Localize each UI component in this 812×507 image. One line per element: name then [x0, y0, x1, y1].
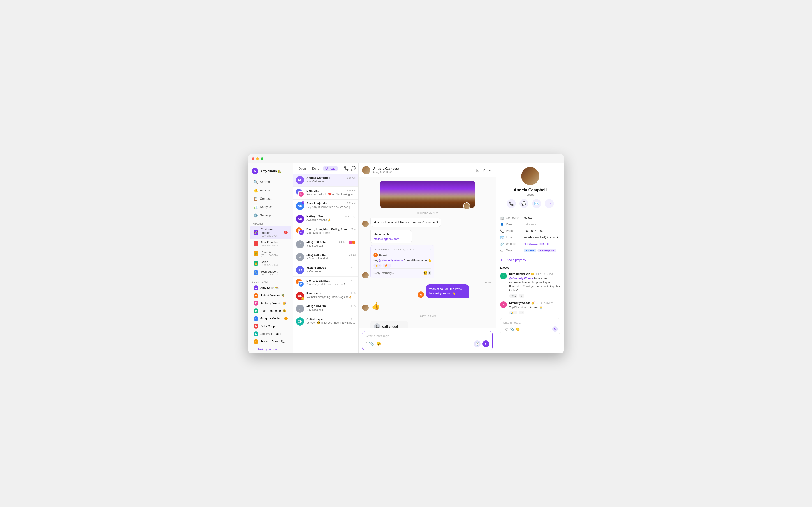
- chat-action-button[interactable]: 💬: [520, 199, 529, 208]
- sidebar-item-search[interactable]: 🔍 Search: [250, 178, 291, 186]
- sidebar-item-contacts[interactable]: 📋 Contacts: [250, 195, 291, 203]
- note-content: Ruth Henderson 😊 Jul 23, 3:57 PM @Kimber…: [509, 273, 560, 298]
- team-member-kimberly[interactable]: K Kimberly Woods 🥳: [250, 299, 291, 307]
- conversation-item-david-group[interactable]: D M 2 David, Lisa, Matt, Cathy, Alan Mon…: [293, 225, 359, 238]
- note-item-ruth: R Ruth Henderson 😊 Jul 23, 3:57 PM @Kimb…: [500, 273, 560, 298]
- comment-check-icon[interactable]: ✓: [429, 248, 431, 251]
- right-panel: Angela Campbell Icecap 📞 💬 ✉️ ··· 🏢 Comp…: [496, 163, 564, 353]
- user-profile[interactable]: A Amy Smith 🏡: [248, 166, 293, 178]
- tag-lead[interactable]: Lead: [524, 249, 536, 252]
- inbox-item-sales[interactable]: 💰 Sales (800) 676-7463: [250, 259, 291, 268]
- send-button[interactable]: ➤: [482, 340, 489, 347]
- sidebar-item-activity[interactable]: 🔔 Activity: [250, 186, 291, 194]
- angela-thumbs-avatar: [362, 304, 369, 311]
- conversation-item-colin[interactable]: CH Colin Harper Jul 4 So cool! 😎 I'll le…: [293, 315, 359, 328]
- maximize-button[interactable]: [261, 157, 263, 160]
- mountain-image: [380, 181, 475, 208]
- note-author-row-kimberly: Kimberly Woods 🥳 Jul 23, 4:35 PM: [509, 301, 560, 304]
- add-reaction[interactable]: ☺: [519, 294, 525, 298]
- reply-emoji-icon[interactable]: 😊: [423, 271, 428, 275]
- enterprise-dot: [540, 250, 541, 251]
- notes-count: 2: [511, 266, 512, 270]
- conv-preview: You: Ok great, thanks everyone!: [306, 283, 356, 286]
- conversation-item-david-matt[interactable]: D M David, Lisa, Matt Jul 7 You: Ok grea…: [293, 277, 359, 289]
- reply-send-icon[interactable]: ↑: [428, 271, 431, 276]
- team-member-stephanie[interactable]: S Stephanie Patel: [250, 330, 291, 337]
- comment-more-icon[interactable]: ···: [421, 248, 424, 251]
- emoji-input-icon[interactable]: 😊: [376, 342, 381, 346]
- more-icon[interactable]: ···: [489, 168, 493, 173]
- conv-name: Jack Richards: [306, 266, 326, 269]
- call-action-button[interactable]: 📞: [507, 199, 516, 208]
- conv-header: Kathryn Smith Yesterday: [306, 215, 356, 218]
- note-input[interactable]: [502, 321, 558, 324]
- conversation-item-alan[interactable]: AB 2 Alan Benjamin 8:31 AM Hey Amy, if y…: [293, 200, 359, 212]
- conversation-item-angela[interactable]: AC Angela Campbell 9:26 AM ↙ ↙ Call ende…: [293, 174, 359, 187]
- email-link[interactable]: stella@agency.com: [374, 237, 399, 240]
- note-at-icon[interactable]: @: [505, 327, 508, 331]
- sidebar-item-settings[interactable]: ⚙️ Settings: [250, 212, 291, 219]
- sidebar-item-analytics[interactable]: 📊 Analytics: [250, 203, 291, 211]
- conv-name: Kathryn Smith: [306, 215, 326, 218]
- slash-command-icon[interactable]: /: [366, 342, 367, 346]
- reply-more-icon[interactable]: ···: [421, 271, 423, 275]
- conv-preview: ↙ Missed call: [306, 244, 345, 247]
- team-member-amy[interactable]: A Amy Smith 🏡: [250, 284, 291, 291]
- email-icon: 📧: [500, 236, 504, 239]
- message-input[interactable]: [366, 334, 489, 338]
- team-member-robert[interactable]: R Robert Mendez 🌴: [250, 292, 291, 299]
- reaction-pray[interactable]: 🙏 1: [509, 311, 518, 315]
- company-label: Company: [506, 216, 522, 219]
- tab-unread[interactable]: Unread: [323, 166, 338, 171]
- comment-reply-input[interactable]: [373, 270, 420, 276]
- conversation-item-phone3[interactable]: # (415) 128-9562 Jul 5 ↙ Missed call: [293, 302, 359, 315]
- sidebar-item-label: Contacts: [260, 197, 272, 201]
- team-member-ruth[interactable]: R Ruth Henderson 😊: [250, 307, 291, 315]
- conversation-item-ben[interactable]: BL 😊 Ben Lucas Jul 5 No that's everythin…: [293, 289, 359, 302]
- tab-open[interactable]: Open: [296, 166, 309, 171]
- role-value[interactable]: Set a role...: [524, 223, 560, 226]
- conversation-item-kathryn[interactable]: KS Kathryn Smith Yesterday Awesome thank…: [293, 212, 359, 225]
- add-property-button[interactable]: ＋ + Add a property: [496, 257, 564, 264]
- tab-done[interactable]: Done: [310, 166, 322, 171]
- conversation-item-phone2[interactable]: # (415) 598-1168 Jul 12 ↗ Your call ende…: [293, 251, 359, 264]
- contact-big-avatar: [521, 167, 539, 185]
- attach-icon[interactable]: 📎: [369, 342, 374, 346]
- tag-enterprise[interactable]: Enterprise: [538, 249, 556, 252]
- expand-icon[interactable]: ⊡: [476, 168, 480, 173]
- compose-tab-icon[interactable]: 💬: [351, 166, 356, 171]
- add-reaction-2[interactable]: ☺: [519, 311, 525, 315]
- inbox-badge: 2: [284, 231, 287, 234]
- invite-team-button[interactable]: ＋ Invite your team: [250, 346, 291, 353]
- email-action-button[interactable]: ✉️: [532, 199, 541, 208]
- inbox-item-phoenix[interactable]: 🌵 Phoenix (602) 154-9820: [250, 249, 291, 258]
- note-send-button[interactable]: ➤: [552, 326, 558, 332]
- inbox-item-tech-support[interactable]: 🔧 Tech support (514) 705-8002: [250, 268, 291, 278]
- conversation-item-phone1[interactable]: # (415) 128-9562 Jul 12 ↙ Missed call: [293, 238, 359, 251]
- inbox-item-san-francisco[interactable]: 📍 San Francisco (415) 875-5783: [250, 239, 291, 248]
- checkmark-icon[interactable]: ✓: [482, 168, 486, 173]
- reaction-2[interactable]: 🔥 1: [383, 264, 391, 268]
- minimize-button[interactable]: [256, 157, 259, 160]
- conversation-item-dan-lisa[interactable]: D L Dan, Lisa 9:14 AM Ruth reacted with …: [293, 187, 359, 200]
- close-button[interactable]: [252, 157, 255, 160]
- conv-name: Colin Harper: [306, 318, 324, 321]
- team-member-frances[interactable]: F Frances Powell 📞: [250, 338, 291, 345]
- phone1-avatar: #: [296, 240, 304, 248]
- reaction-eyes[interactable]: 👀 1: [509, 294, 518, 298]
- team-member-betty[interactable]: B Betty Cooper: [250, 323, 291, 330]
- contact-actions: 📞 💬 ✉️ ···: [500, 199, 560, 208]
- conversation-item-jack[interactable]: JR Jack Richards Jul 7 ↙ Call ended: [293, 264, 359, 277]
- note-slash-icon[interactable]: /: [502, 327, 503, 331]
- reaction-1[interactable]: 👆 2: [373, 264, 382, 268]
- ruth-avatar: R: [254, 308, 259, 313]
- inbox-item-customer-support[interactable]: 🚀 Customer support (628) 246-3765 2: [250, 226, 291, 239]
- note-emoji-icon[interactable]: 😊: [516, 327, 520, 331]
- clock-send-button[interactable]: 🕐: [474, 340, 481, 347]
- phone-tab-icon[interactable]: 📞: [344, 166, 349, 171]
- team-member-gregory[interactable]: G Gregory Medina 1: [250, 315, 291, 322]
- chat-header-info: Angela Campbell (269) 682-1892: [373, 167, 473, 174]
- notes-title: Notes: [500, 266, 509, 270]
- more-action-button[interactable]: ···: [545, 199, 554, 208]
- note-attach-icon[interactable]: 📎: [510, 327, 514, 331]
